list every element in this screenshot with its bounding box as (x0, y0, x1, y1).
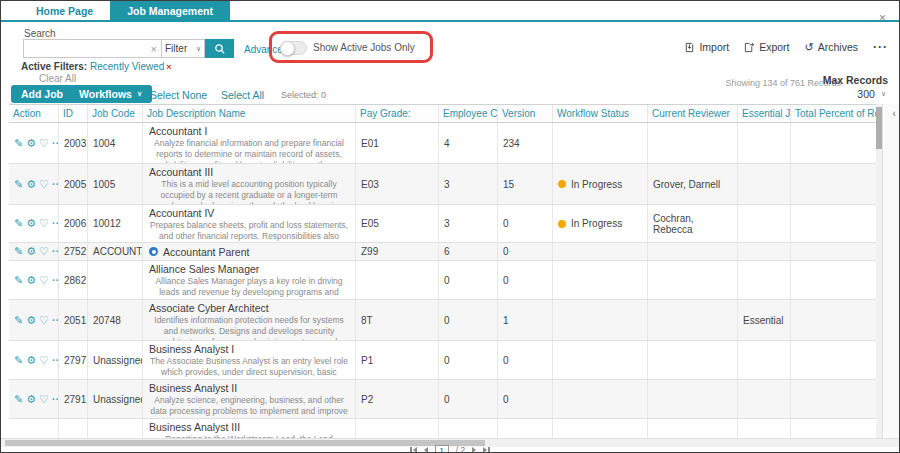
add-job-button[interactable]: Add Job (11, 85, 73, 103)
job-title: Business Analyst II (149, 382, 349, 394)
workflow-status-cell: In Progress (553, 205, 648, 242)
column-header-essential-job[interactable]: Essential Job (738, 105, 791, 122)
row-menu-icon[interactable]: ··· (52, 179, 59, 190)
clear-all-link[interactable]: Clear All (39, 73, 76, 84)
pager-prev-icon[interactable] (424, 447, 428, 453)
filter-chip-label: Recently Viewed (90, 61, 164, 72)
column-header-employee-count[interactable]: Employee Count (439, 105, 498, 122)
employee-count-cell: 3 (439, 164, 498, 204)
heart-icon[interactable]: ♡ (39, 218, 49, 229)
current-reviewer-cell (648, 300, 738, 340)
current-reviewer-cell (648, 123, 738, 163)
heart-icon[interactable]: ♡ (39, 394, 49, 405)
gear-icon[interactable]: ⚙ (26, 218, 36, 229)
row-menu-icon[interactable]: ··· (52, 218, 59, 229)
version-cell: 0 (498, 243, 553, 260)
chevron-down-icon: ∨ (881, 90, 886, 98)
heart-icon[interactable]: ♡ (39, 315, 49, 326)
current-reviewer-cell (648, 243, 738, 260)
pager-last-icon[interactable] (483, 447, 490, 453)
edit-icon[interactable]: ✎ (14, 394, 23, 405)
heart-icon[interactable]: ♡ (39, 138, 49, 149)
gear-icon[interactable]: ⚙ (26, 275, 36, 286)
show-active-jobs-toggle[interactable] (280, 41, 307, 55)
export-button[interactable]: Export (744, 41, 789, 53)
search-button[interactable] (205, 39, 234, 58)
edit-icon[interactable]: ✎ (14, 138, 23, 149)
import-button[interactable]: Import (684, 41, 729, 53)
table-row[interactable]: ✎⚙♡···2752ACCOUNTANTAccountant ParentZ99… (9, 243, 878, 261)
heart-icon[interactable]: ♡ (39, 246, 49, 257)
select-none-link[interactable]: Select None (150, 89, 207, 101)
more-options-icon[interactable]: ··· (873, 40, 888, 54)
table-row[interactable]: ✎⚙♡···205120748Associate Cyber Architect… (9, 300, 878, 341)
pager-current-page[interactable]: 1 (435, 445, 449, 453)
archives-label: Archives (818, 41, 858, 53)
table-row[interactable]: ✎⚙♡···2798UnassignedBusiness Analyst III… (9, 419, 878, 438)
table-row[interactable]: ✎⚙♡···2791UnassignedBusiness Analyst IIA… (9, 380, 878, 419)
filter-chip-recently-viewed[interactable]: Recently Viewed× (90, 61, 172, 72)
row-menu-icon[interactable]: ··· (52, 355, 59, 366)
column-header-workflow-status[interactable]: Workflow Status (553, 105, 648, 122)
edit-icon[interactable]: ✎ (14, 218, 23, 229)
job-management-window: Home Page Job Management × Search × Filt… (0, 0, 900, 453)
edit-icon[interactable]: ✎ (14, 355, 23, 366)
table-row[interactable]: ✎⚙♡···20051005Accountant IIIThis is a mi… (9, 164, 878, 205)
workflows-button[interactable]: Workflows ∨ (69, 85, 152, 103)
table-row[interactable]: ✎⚙♡···20031004Accountant IAnalyze financ… (9, 123, 878, 164)
edit-icon[interactable]: ✎ (14, 315, 23, 326)
select-all-link[interactable]: Select All (221, 89, 264, 101)
heart-icon[interactable]: ♡ (39, 355, 49, 366)
pager-first-icon[interactable] (410, 447, 417, 453)
column-header-job-code[interactable]: Job Code (88, 105, 143, 122)
edit-icon[interactable]: ✎ (14, 246, 23, 257)
gear-icon[interactable]: ⚙ (26, 394, 36, 405)
workflow-status-cell (553, 123, 648, 163)
row-menu-icon[interactable]: ··· (52, 394, 59, 405)
gear-icon[interactable]: ⚙ (26, 138, 36, 149)
pager-next-icon[interactable] (472, 447, 476, 453)
column-header-id[interactable]: ID (59, 105, 88, 122)
heart-icon[interactable]: ♡ (39, 179, 49, 190)
edit-icon[interactable]: ✎ (14, 275, 23, 286)
current-reviewer-cell (648, 380, 738, 418)
gear-icon[interactable]: ⚙ (26, 179, 36, 190)
table-row[interactable]: ✎⚙♡···200610012Accountant IVPrepares bal… (9, 205, 878, 243)
column-header-action[interactable]: Action (9, 105, 59, 122)
chip-remove-icon[interactable]: × (166, 62, 171, 72)
job-description: The Associate Business Analyst is an ent… (149, 356, 349, 379)
table-body: ✎⚙♡···20031004Accountant IAnalyze financ… (9, 123, 878, 438)
edit-icon[interactable]: ✎ (14, 179, 23, 190)
column-header-version[interactable]: Version (498, 105, 553, 122)
gear-icon[interactable]: ⚙ (26, 246, 36, 257)
table-row[interactable]: ✎⚙♡···2862Alliance Sales ManagerAlliance… (9, 261, 878, 300)
action-cell: ✎⚙♡··· (9, 341, 59, 379)
essential-job-cell (738, 123, 791, 163)
close-icon[interactable]: × (879, 12, 886, 24)
collapse-panel-icon[interactable]: ‹ (892, 107, 896, 119)
job-description-cell: Alliance Sales ManagerAlliance Sales Man… (143, 261, 356, 299)
gear-icon[interactable]: ⚙ (26, 315, 36, 326)
total-percent-cell (791, 419, 878, 438)
action-cell: ✎⚙♡··· (9, 300, 59, 340)
row-menu-icon[interactable]: ··· (52, 138, 59, 149)
filter-dropdown[interactable]: Filter ∨ (162, 39, 205, 58)
column-header-pay-grade[interactable]: Pay Grade: (356, 105, 439, 122)
row-menu-icon[interactable]: ··· (52, 315, 59, 326)
table-row[interactable]: ✎⚙♡···2797UnassignedBusiness Analyst ITh… (9, 341, 878, 380)
heart-icon[interactable]: ♡ (39, 275, 49, 286)
version-cell: 234 (498, 123, 553, 163)
column-header-total-percent-of-remote[interactable]: Total Percent of Remote (791, 105, 878, 122)
search-input[interactable] (24, 43, 147, 54)
row-menu-icon[interactable]: ··· (52, 275, 59, 286)
pay-grade-cell: Z99 (356, 243, 439, 260)
tab-home-page[interactable]: Home Page (19, 1, 110, 20)
gear-icon[interactable]: ⚙ (26, 355, 36, 366)
clear-search-icon[interactable]: × (147, 43, 161, 55)
row-menu-icon[interactable]: ··· (52, 246, 59, 257)
archives-button[interactable]: ↺ Archives (805, 41, 858, 54)
tab-job-management[interactable]: Job Management (110, 1, 230, 20)
column-header-current-reviewer[interactable]: Current Reviewer (648, 105, 738, 122)
max-records-select[interactable]: 300 ∨ (857, 88, 886, 100)
column-header-job-description-name[interactable]: Job Description Name (143, 105, 356, 122)
